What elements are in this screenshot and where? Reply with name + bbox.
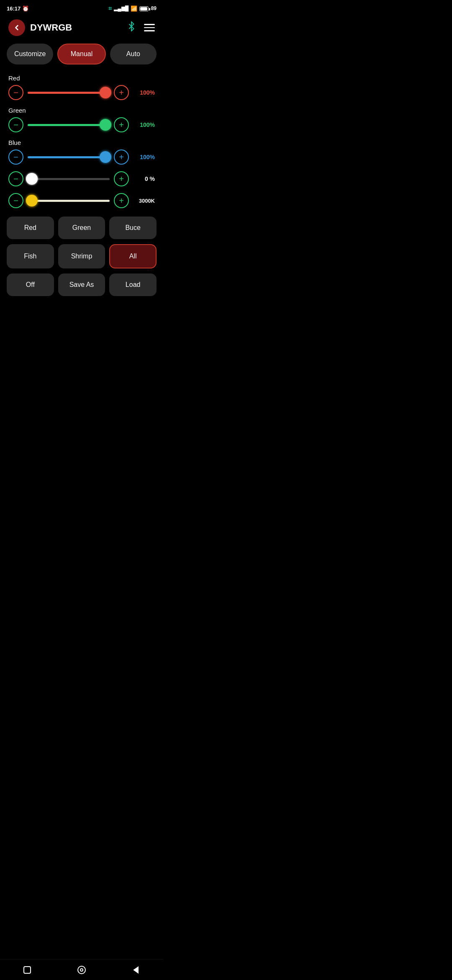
tab-bar: Customize Manual Auto bbox=[0, 44, 163, 64]
colortemp-increase-button[interactable]: + bbox=[114, 193, 129, 208]
status-bar: 16:17 ⏰ ⌗ ▂▄▆█ 📶 89 bbox=[0, 0, 163, 15]
red-decrease-button[interactable]: − bbox=[8, 85, 23, 100]
bluetooth-status-icon: ⌗ bbox=[108, 5, 112, 12]
red-slider-row: − + 100% bbox=[8, 85, 155, 100]
red-value: 100% bbox=[133, 89, 155, 96]
save-as-button[interactable]: Save As bbox=[58, 273, 105, 296]
green-value: 100% bbox=[133, 121, 155, 128]
colortemp-slider-track-wrap[interactable] bbox=[28, 199, 110, 202]
preset-fish-button[interactable]: Fish bbox=[7, 244, 54, 268]
colortemp-decrease-button[interactable]: − bbox=[8, 193, 23, 208]
status-time-area: 16:17 ⏰ bbox=[7, 5, 29, 12]
extra-sliders-section: − + 0 % − + 3000K bbox=[0, 171, 163, 208]
brightness-value: 0 % bbox=[133, 175, 155, 182]
brightness-slider-track-wrap[interactable] bbox=[28, 177, 110, 181]
app-title: DYWRGB bbox=[30, 22, 72, 33]
brightness-slider-row: − + 0 % bbox=[8, 171, 155, 186]
status-icons: ⌗ ▂▄▆█ 📶 89 bbox=[108, 5, 157, 12]
battery-icon: 89 bbox=[139, 5, 157, 11]
blue-increase-button[interactable]: + bbox=[114, 150, 129, 165]
load-button[interactable]: Load bbox=[109, 273, 157, 296]
green-increase-button[interactable]: + bbox=[114, 117, 129, 132]
brightness-slider-group: − + 0 % bbox=[8, 171, 155, 186]
green-slider-group: Green − + 100% bbox=[8, 107, 155, 132]
rgb-sliders-section: Red − + 100% Green − + 100% Bl bbox=[0, 75, 163, 165]
brightness-decrease-button[interactable]: − bbox=[8, 171, 23, 186]
blue-slider-track-wrap[interactable] bbox=[28, 155, 110, 159]
blue-slider-group: Blue − + 100% bbox=[8, 139, 155, 165]
green-label: Green bbox=[8, 107, 155, 114]
tab-auto[interactable]: Auto bbox=[110, 44, 157, 64]
preset-shrimp-button[interactable]: Shrimp bbox=[58, 244, 105, 268]
red-slider-track-wrap[interactable] bbox=[28, 91, 110, 94]
red-increase-button[interactable]: + bbox=[114, 85, 129, 100]
colortemp-slider-row: − + 3000K bbox=[8, 193, 155, 208]
time-display: 16:17 bbox=[7, 5, 21, 12]
tab-manual[interactable]: Manual bbox=[57, 44, 105, 64]
preset-all-button[interactable]: All bbox=[109, 244, 157, 268]
presets-grid-row1: Red Green Buce bbox=[0, 217, 163, 239]
action-buttons-row: Off Save As Load bbox=[0, 273, 163, 296]
menu-icon[interactable] bbox=[144, 24, 155, 31]
off-button[interactable]: Off bbox=[7, 273, 54, 296]
brightness-increase-button[interactable]: + bbox=[114, 171, 129, 186]
bluetooth-header-icon[interactable] bbox=[126, 21, 136, 34]
green-slider-track-wrap[interactable] bbox=[28, 123, 110, 126]
preset-buce-button[interactable]: Buce bbox=[109, 217, 157, 239]
presets-grid-row2: Fish Shrimp All bbox=[0, 244, 163, 268]
wifi-icon: 📶 bbox=[131, 5, 137, 12]
blue-decrease-button[interactable]: − bbox=[8, 150, 23, 165]
red-slider-group: Red − + 100% bbox=[8, 75, 155, 100]
tab-customize[interactable]: Customize bbox=[7, 44, 53, 64]
blue-value: 100% bbox=[133, 154, 155, 160]
alarm-icon: ⏰ bbox=[22, 5, 29, 12]
red-label: Red bbox=[8, 75, 155, 82]
green-decrease-button[interactable]: − bbox=[8, 117, 23, 132]
green-slider-row: − + 100% bbox=[8, 117, 155, 132]
preset-green-button[interactable]: Green bbox=[58, 217, 105, 239]
back-button[interactable] bbox=[8, 19, 25, 36]
colortemp-slider-group: − + 3000K bbox=[8, 193, 155, 208]
signal-icon: ▂▄▆█ bbox=[114, 5, 128, 11]
blue-label: Blue bbox=[8, 139, 155, 146]
colortemp-value: 3000K bbox=[133, 198, 155, 204]
blue-slider-row: − + 100% bbox=[8, 150, 155, 165]
header: DYWRGB bbox=[0, 15, 163, 40]
preset-red-button[interactable]: Red bbox=[7, 217, 54, 239]
